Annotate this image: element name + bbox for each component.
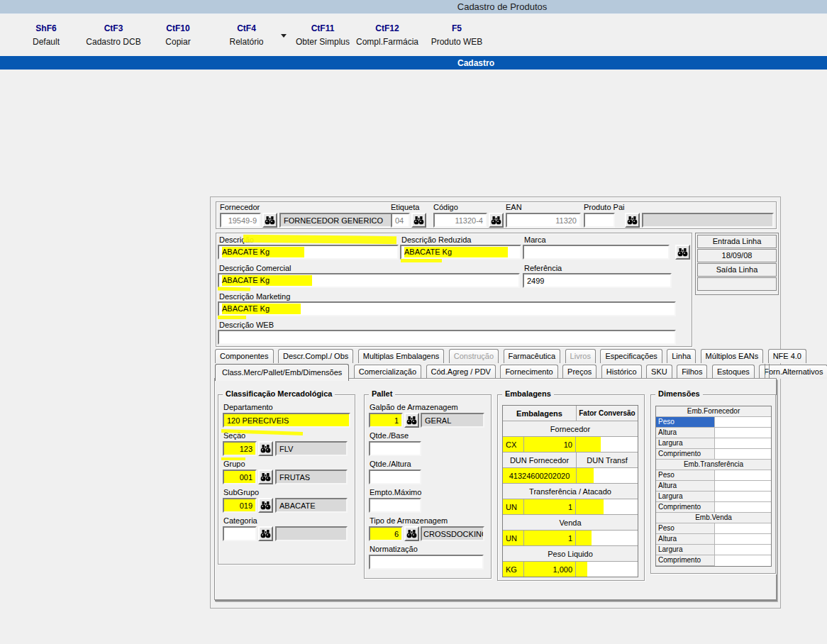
dim-label-cell[interactable]: Peso [656, 417, 715, 428]
dim-value-cell[interactable] [715, 449, 771, 460]
transferencia-unit-cell[interactable]: UN [503, 499, 524, 514]
dim-value-cell[interactable] [715, 470, 771, 481]
dun-transf-cell[interactable] [577, 468, 638, 483]
tab-nfe-40[interactable]: NFE 4.0 [768, 349, 806, 363]
peso-unit-cell[interactable]: KG [503, 562, 524, 577]
highlighter-mark [243, 235, 396, 244]
tab-historico[interactable]: Histórico [601, 365, 642, 379]
tab-descr-compl-obs[interactable]: Descr.Compl./ Obs [278, 349, 353, 363]
produto-web-button[interactable]: F5 Produto WEB [421, 21, 492, 51]
normatizacao-field[interactable] [369, 555, 484, 570]
grupo-search-button[interactable] [258, 470, 273, 484]
galpao-search-button[interactable] [404, 413, 419, 428]
galpao-code-field[interactable]: 1 [369, 413, 403, 428]
tab-comercializacao[interactable]: Comercialização [354, 365, 421, 379]
descricao-comercial-field[interactable]: ABACATE Kg [218, 273, 520, 288]
fornecedor-code-field[interactable]: 19549-9 [220, 213, 261, 228]
descricao-field[interactable]: ABACATE Kg [218, 245, 399, 260]
grupo-name-field: FRUTAS [275, 470, 348, 484]
relatorio-button[interactable]: CtF4 Relatório [213, 21, 280, 51]
tab-precos[interactable]: Preços [562, 365, 596, 379]
cadastro-dcb-button[interactable]: CtF3 Cadastro DCB [74, 21, 152, 51]
tab-linha[interactable]: Linha [667, 349, 696, 363]
window-title: Cadastro de Produtos [457, 1, 547, 12]
peso-liquido-section-header: Peso Liquido [503, 546, 638, 561]
marca-label: Marca [524, 235, 546, 244]
qtde-base-field[interactable] [369, 441, 421, 456]
dim-value-cell[interactable] [715, 555, 771, 566]
tab-especificacoes[interactable]: Especificações [600, 349, 662, 363]
tipo-armazenagem-search-button[interactable] [404, 526, 419, 541]
subgrupo-label: SubGrupo [223, 488, 351, 496]
tipo-armazenagem-code-field[interactable]: 6 [369, 526, 403, 541]
tab-fornecimento[interactable]: Fornecimento [500, 365, 557, 379]
section-bar: Cadastro [0, 56, 827, 70]
subgrupo-code-field[interactable]: 019 [223, 498, 257, 513]
relatorio-dropdown-caret-icon[interactable] [281, 34, 287, 38]
dimensoes-legend: Dimensões [655, 389, 703, 398]
venda-unit-cell[interactable]: UN [503, 531, 524, 545]
dim-value-cell[interactable] [715, 428, 771, 438]
etiqueta-search-button[interactable] [411, 213, 426, 228]
transferencia-fator-cell[interactable] [576, 499, 638, 514]
dim-value-cell[interactable] [715, 417, 771, 428]
compl-farmacia-label: Compl.Farmácia [350, 35, 424, 48]
qtde-altura-field[interactable] [369, 470, 421, 484]
secao-code-field[interactable]: 123 [223, 441, 257, 456]
categoria-code-field[interactable] [223, 526, 257, 541]
descricao-marketing-field[interactable]: ABACATE Kg [218, 301, 676, 316]
empto-maximo-field[interactable] [369, 498, 421, 513]
compl-farmacia-button[interactable]: CtF12 Compl.Farmácia [350, 21, 424, 51]
ean-field[interactable]: 11320 [506, 213, 581, 228]
dim-value-cell[interactable] [715, 523, 771, 534]
peso-qty-cell[interactable]: 1,000 [524, 562, 576, 577]
tab-farmaceutica[interactable]: Farmacêutica [504, 349, 561, 363]
subgrupo-search-button[interactable] [258, 498, 273, 513]
tab-estoques[interactable]: Estoques [712, 365, 755, 379]
binoculars-icon [627, 216, 638, 225]
categoria-search-button[interactable] [258, 526, 273, 541]
dim-value-cell[interactable] [715, 481, 771, 492]
marca-search-button[interactable] [675, 245, 690, 260]
referencia-field[interactable]: 2499 [523, 273, 672, 288]
etiqueta-field[interactable]: 04 [391, 213, 410, 228]
transferencia-qty-cell[interactable]: 1 [524, 499, 576, 514]
produto-pai-search-button[interactable] [625, 213, 640, 228]
peso-fator-cell[interactable] [576, 562, 638, 577]
secao-search-button[interactable] [258, 441, 273, 456]
produto-pai-field[interactable] [584, 213, 615, 228]
obter-simplus-button[interactable]: CtF11 Obter Simplus [287, 21, 358, 51]
tab-cod-agreg-pdv[interactable]: Cód.Agreg / PDV [426, 365, 496, 379]
tab-multiplas-embalagens[interactable]: Multiplas Embalagens [358, 349, 445, 363]
dim-value-cell[interactable] [715, 545, 771, 555]
default-button[interactable]: ShF6 Default [14, 21, 78, 51]
fornecedor-unit-cell[interactable]: CX [503, 437, 524, 452]
dim-value-cell[interactable] [715, 534, 771, 545]
descricao-web-field[interactable] [218, 330, 676, 345]
codigo-search-button[interactable] [489, 213, 504, 228]
descricao-marketing-label: Descrição Marketing [219, 292, 290, 301]
venda-qty-cell[interactable]: 1 [524, 531, 576, 545]
dim-value-cell[interactable] [715, 492, 771, 502]
tab-filhos[interactable]: Filhos [677, 365, 707, 379]
tab-multiplos-eans[interactable]: Múltiplos EANs [701, 349, 764, 363]
dim-value-cell[interactable] [715, 438, 771, 449]
tab-sku[interactable]: SKU [646, 365, 672, 379]
grupo-code-field[interactable]: 001 [223, 470, 257, 484]
descricao-reduzida-field[interactable]: ABACATE Kg [400, 245, 521, 260]
tab-class-merc-pallet-emb-dimensoes[interactable]: Class.Merc/Pallet/Emb/Dimensões [215, 364, 349, 381]
fornecedor-fator-cell[interactable] [576, 437, 638, 452]
copiar-button[interactable]: CtF10 Copiar [150, 21, 206, 51]
marca-field[interactable] [523, 245, 670, 260]
relatorio-label: Relatório [213, 35, 280, 48]
dun-fornecedor-header: DUN Fornecedor [503, 453, 577, 467]
dun-fornecedor-cell[interactable]: 41324600202020 [503, 468, 577, 483]
tab-componentes[interactable]: Componentes [215, 349, 274, 363]
codigo-field[interactable]: 11320-4 [433, 213, 487, 228]
dim-value-cell[interactable] [715, 502, 771, 513]
cadastro-panel: Fornecedor 19549-9 FORNECEDOR GENERICO E… [210, 196, 781, 609]
fornecedor-search-button[interactable] [262, 213, 277, 228]
secao-label: Seção [223, 431, 351, 440]
venda-fator-cell[interactable] [576, 531, 638, 545]
fornecedor-qty-cell[interactable]: 10 [524, 437, 576, 452]
